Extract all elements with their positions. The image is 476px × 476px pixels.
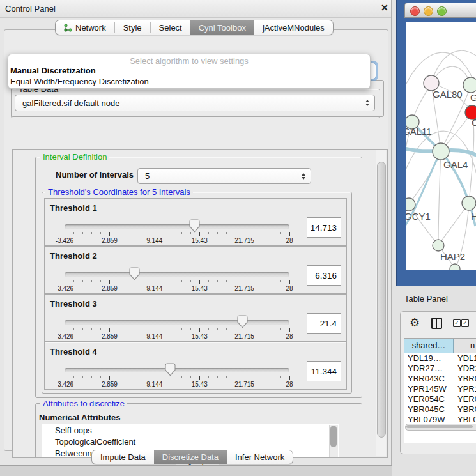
table-row[interactable]: YER054CYER0 [404, 394, 476, 404]
slider-tick [109, 376, 110, 380]
zoom-traffic-light-icon[interactable] [437, 6, 447, 16]
table-data-combobox-value: galFiltered.sif default node [15, 98, 362, 108]
slider-tick [217, 328, 218, 330]
slider-tick-label: 28 [275, 237, 303, 244]
table-data-combobox[interactable]: galFiltered.sif default node [15, 95, 375, 111]
checkbox-icon[interactable]: ✓ [453, 319, 461, 327]
tab-style[interactable]: Style [115, 20, 150, 35]
cell-shared-name: YDL19… [404, 353, 454, 364]
close-window-icon[interactable]: ✕ [381, 3, 388, 13]
threshold-value-field[interactable]: 21.4 [307, 313, 341, 334]
slider-tick [254, 328, 254, 330]
slider-track[interactable] [65, 272, 289, 277]
column-header-name[interactable]: n [454, 339, 476, 353]
node-clipped-top-right[interactable] [463, 77, 476, 93]
slider-thumb[interactable] [165, 363, 176, 376]
slider-tick [173, 328, 173, 330]
slider-tick-label: 9.144 [141, 333, 169, 340]
spinner-arrows-icon [362, 100, 372, 106]
number-of-intervals-value: 5 [138, 171, 298, 181]
popup-item-equal-width-frequency[interactable]: Equal Width/Frequency Discretization [10, 77, 365, 86]
node-clipped-bottom[interactable] [450, 264, 460, 270]
slider-thumb[interactable] [189, 219, 200, 233]
slider-thumb[interactable] [129, 267, 140, 280]
list-scrollbar[interactable] [329, 425, 338, 458]
slider-tick [119, 328, 119, 330]
table-horizontal-scrollbar-thumb[interactable] [406, 425, 473, 428]
slider-tick [236, 232, 236, 234]
threshold-row-4: Threshold 4-3.4262.8599.14415.4321.71528… [44, 342, 347, 390]
node-attribute-table: shared… n YDL19…YDL1YDR27…YDR2YBR043CYBR… [404, 338, 476, 443]
gear-icon[interactable]: ⚙ [410, 317, 420, 328]
node-hap2[interactable] [433, 240, 444, 251]
slider-tick-label: 2.859 [95, 285, 123, 292]
slider-tick [155, 376, 155, 380]
tab-infer-network[interactable]: Infer Network [227, 450, 293, 464]
slider-tick [280, 328, 281, 330]
settings-scrollbar-thumb[interactable] [377, 162, 386, 438]
node-gcy1[interactable] [406, 198, 415, 211]
slider-tick [73, 280, 74, 282]
table-row[interactable]: YBL079WYBL0 [404, 415, 476, 423]
threshold-coordinates-group-title: Threshold's Coordinates for 5 Intervals [45, 187, 193, 197]
cell-shared-name: YER054C [404, 394, 454, 404]
slider-tick [137, 328, 137, 330]
tab-jactivemnodules[interactable]: jActiveMNodules [254, 20, 333, 35]
slider-tick [199, 376, 200, 380]
network-icon [64, 24, 72, 32]
slider-tick [254, 232, 254, 234]
attributes-group-title: Attributes to discretize [40, 399, 127, 408]
slider-tick [82, 232, 83, 234]
float-window-icon[interactable] [369, 6, 376, 13]
slider-tick [263, 232, 263, 234]
node-gal4[interactable] [433, 143, 449, 160]
network-window-titlebar[interactable] [404, 3, 476, 18]
slider-track[interactable] [65, 320, 289, 325]
table-row[interactable]: YDL19…YDL1 [404, 353, 476, 364]
settings-scrollbar[interactable] [376, 150, 386, 456]
close-traffic-light-icon[interactable] [410, 6, 420, 16]
column-view-icon[interactable] [431, 318, 442, 329]
tab-impute-data[interactable]: Impute Data [92, 450, 154, 464]
slider-tick [236, 280, 236, 282]
slider-tick [65, 232, 65, 236]
slider-tick [73, 376, 74, 378]
table-row[interactable]: YDR27…YDR2 [404, 364, 476, 374]
tab-network[interactable]: Network [56, 20, 114, 35]
slider-track[interactable] [65, 368, 289, 372]
popup-item-manual-discretization[interactable]: Manual Discretization [10, 66, 365, 75]
slider-tick [109, 280, 110, 284]
checkbox-icon[interactable]: ✓ [461, 319, 469, 327]
tab-select[interactable]: Select [151, 20, 190, 35]
table-row[interactable]: YBR045CYBR0 [404, 404, 476, 415]
slider-tick [137, 376, 137, 378]
network-canvas[interactable]: GAL80 G C GAL11 GAL4 GCY1 H HAP2 [406, 22, 476, 270]
threshold-value-field[interactable]: 6.316 [307, 265, 341, 286]
slider-tick-label: 2.859 [95, 237, 123, 244]
threshold-value-field[interactable]: 14.713 [307, 217, 341, 238]
cyni-bottom-tab-bar: Impute DataDiscretize DataInfer Network [91, 450, 293, 464]
tab-discretize-data[interactable]: Discretize Data [154, 450, 227, 464]
minimize-traffic-light-icon[interactable] [424, 6, 433, 16]
attribute-item-topologicalcoefficient[interactable]: TopologicalCoefficient [42, 436, 339, 447]
control-panel-window: Control Panel ✕ NetworkStyleSelectCyni T… [0, 0, 392, 465]
threshold-value-field[interactable]: 11.344 [307, 361, 341, 381]
slider-tick [119, 280, 119, 282]
node-clipped-right[interactable] [462, 196, 476, 210]
threshold-row-2: Threshold 2-3.4262.8599.14415.4321.71528… [44, 246, 347, 294]
attribute-item-selfloops[interactable]: SelfLoops [42, 424, 339, 436]
table-row[interactable]: YBR043CYBR0 [404, 374, 476, 384]
column-header-shared-name[interactable]: shared… [404, 339, 454, 353]
tab-cyni-toolbox[interactable]: Cyni Toolbox [190, 20, 254, 35]
table-horizontal-scrollbar[interactable] [405, 424, 476, 431]
table-row[interactable]: YPR145WYPR1 [404, 384, 476, 394]
threshold-label: Threshold 3 [50, 299, 97, 309]
slider-tick [181, 328, 182, 330]
number-of-intervals-combobox[interactable]: 5 [137, 168, 311, 184]
slider-tick-label: 21.715 [231, 237, 259, 244]
slider-thumb[interactable] [237, 315, 248, 328]
slider-track[interactable] [65, 224, 289, 229]
slider-tick [164, 376, 164, 378]
slider-tick [245, 280, 245, 284]
slider-tick [73, 232, 74, 234]
